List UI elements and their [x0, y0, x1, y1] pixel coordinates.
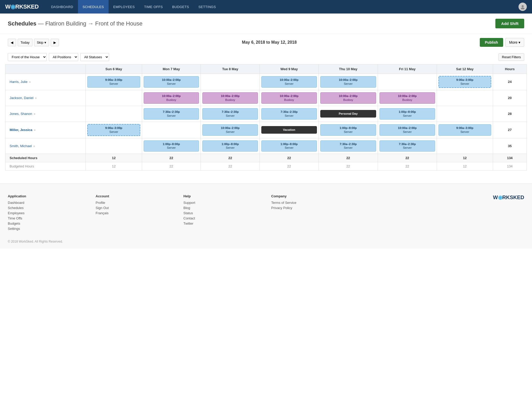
footer-link[interactable]: Settings — [8, 227, 90, 231]
footer-link[interactable]: Sign Out — [96, 206, 178, 210]
footer-link[interactable]: Budgets — [8, 222, 90, 225]
next-button[interactable]: ▶ — [51, 39, 59, 46]
employee-name-link[interactable]: Jones, Shanon — [10, 112, 32, 116]
shift-block[interactable]: 10:00a–2:00pBusboy — [380, 92, 435, 104]
shift-block[interactable]: 10:00a–2:00pBusboy — [320, 92, 376, 104]
shift-cell[interactable]: 9:00a–3:00pServer — [437, 74, 493, 90]
footer-link[interactable]: Français — [96, 211, 178, 215]
shift-block[interactable]: 7:30a–2:30pServer — [261, 108, 317, 120]
shift-cell[interactable]: 1:00p–8:00pServer — [378, 106, 437, 122]
shift-block[interactable]: 1:00p–8:00pServer — [202, 140, 258, 152]
nav-timeoffs[interactable]: TIME OFFS — [139, 0, 168, 14]
shift-cell[interactable] — [437, 90, 493, 106]
footer-link[interactable]: Time Offs — [8, 216, 90, 220]
shift-cell[interactable]: 10:00a–2:00pServer — [201, 122, 260, 138]
shift-cell[interactable]: 7:30a–2:30pServer — [378, 138, 437, 154]
footer-link[interactable]: Schedules — [8, 206, 90, 210]
shift-cell[interactable]: 10:00a–2:00pServer — [378, 122, 437, 138]
shift-cell[interactable]: 9:00a–3:00pServer — [86, 74, 142, 90]
shift-cell[interactable] — [86, 90, 142, 106]
today-button[interactable]: Today — [18, 39, 32, 46]
shift-block[interactable]: 10:00a–2:00pBusboy — [202, 92, 258, 104]
employee-name-link[interactable]: Miller, Jessica — [10, 128, 32, 132]
shift-block[interactable]: 10:00a–2:00pServer — [320, 76, 376, 88]
publish-button[interactable]: Publish — [480, 38, 503, 47]
nav-dashboard[interactable]: DASHBOARD — [46, 0, 78, 14]
shift-cell[interactable]: 7:30a–2:30pServer — [201, 106, 260, 122]
shift-cell[interactable]: 7:30a–2:30pServer — [318, 138, 378, 154]
nav-schedules[interactable]: SCHEDULES — [78, 0, 109, 14]
shift-block[interactable]: 7:30a–2:30pServer — [202, 108, 258, 120]
shift-cell[interactable]: 10:00a–2:00pServer — [260, 74, 319, 90]
shift-block[interactable]: 10:00a–2:00pServer — [261, 76, 317, 88]
footer-link[interactable]: Contact — [183, 216, 266, 220]
employee-name-link[interactable]: Jackson, Daniel — [10, 96, 34, 100]
shift-cell[interactable]: 10:00a–2:00pBusboy — [201, 90, 260, 106]
add-shift-button[interactable]: Add Shift — [495, 19, 524, 28]
shift-block[interactable]: 9:00a–3:00pServer — [438, 124, 491, 136]
shift-block[interactable]: Personal Day — [320, 110, 376, 118]
shift-cell[interactable]: 9:00a–3:00pServer — [437, 122, 493, 138]
shift-cell[interactable]: 10:00a–2:00pServer — [142, 74, 201, 90]
employee-name-link[interactable]: Harris, Julie — [10, 80, 28, 84]
shift-block[interactable]: 10:00a–2:00pBusboy — [261, 92, 317, 104]
shift-cell[interactable]: 1:00p–8:00pServer — [142, 138, 201, 154]
footer-link[interactable]: Support — [183, 201, 266, 205]
shift-cell[interactable] — [142, 122, 201, 138]
shift-cell[interactable]: Vacation — [260, 122, 319, 138]
more-button[interactable]: More ▾ — [505, 38, 524, 47]
shift-cell[interactable]: 10:00a–2:00pBusboy — [260, 90, 319, 106]
shift-block[interactable]: 9:00a–3:00pServer — [87, 76, 140, 88]
shift-cell[interactable]: 10:00a–2:00pBusboy — [142, 90, 201, 106]
shift-cell[interactable] — [86, 106, 142, 122]
department-filter[interactable]: Front of the House — [8, 53, 47, 61]
skip-button[interactable]: Skip ▾ — [34, 39, 49, 46]
footer-link[interactable]: Dashboard — [8, 201, 90, 205]
shift-cell[interactable] — [378, 74, 437, 90]
shift-cell[interactable]: 9:00a–3:00pServer — [86, 122, 142, 138]
shift-block[interactable]: 10:00a–2:00pServer — [144, 76, 199, 88]
statuses-filter[interactable]: All Statuses — [80, 53, 109, 61]
footer-link[interactable]: Privacy Policy — [271, 206, 354, 210]
shift-cell[interactable]: Personal Day — [318, 106, 378, 122]
shift-block[interactable]: 1:00p–8:00pServer — [320, 124, 376, 136]
footer-link[interactable]: Employees — [8, 211, 90, 215]
shift-cell[interactable]: 1:00p–8:00pServer — [201, 138, 260, 154]
footer-link[interactable]: Blog — [183, 206, 266, 210]
logo[interactable]: W◉RKSKED — [5, 3, 39, 10]
shift-cell[interactable]: 1:00p–8:00pServer — [318, 122, 378, 138]
shift-cell[interactable]: 10:00a–2:00pServer — [318, 74, 378, 90]
shift-block[interactable]: 7:30a–2:30pServer — [144, 108, 199, 120]
prev-button[interactable]: ◀ — [8, 39, 16, 46]
shift-block[interactable]: 1:00p–8:00pServer — [144, 140, 199, 152]
footer-link[interactable]: Profile — [96, 201, 178, 205]
footer-link[interactable]: Twitter — [183, 222, 266, 225]
shift-cell[interactable]: 7:30a–2:30pServer — [142, 106, 201, 122]
shift-block[interactable]: 10:00a–2:00pServer — [380, 124, 435, 136]
employee-name-link[interactable]: Smith, Michael — [10, 144, 32, 148]
shift-cell[interactable]: 1:00p–8:00pServer — [260, 138, 319, 154]
shift-block[interactable]: 10:00a–2:00pBusboy — [144, 92, 199, 104]
shift-block[interactable]: Vacation — [261, 126, 317, 134]
nav-employees[interactable]: EMPLOYEES — [109, 0, 139, 14]
shift-block[interactable]: 9:00a–3:00pServer — [87, 124, 140, 136]
shift-cell[interactable]: 10:00a–2:00pBusboy — [318, 90, 378, 106]
shift-block[interactable]: 10:00a–2:00pServer — [202, 124, 258, 136]
shift-block[interactable]: 1:00p–8:00pServer — [261, 140, 317, 152]
nav-settings[interactable]: SETTINGS — [194, 0, 221, 14]
shift-cell[interactable] — [437, 106, 493, 122]
positions-filter[interactable]: All Positions — [49, 53, 78, 61]
shift-block[interactable]: 7:30a–2:30pServer — [320, 140, 376, 152]
avatar[interactable] — [518, 3, 527, 11]
nav-budgets[interactable]: BUDGETS — [168, 0, 194, 14]
shift-cell[interactable] — [201, 74, 260, 90]
shift-cell[interactable]: 7:30a–2:30pServer — [260, 106, 319, 122]
footer-link[interactable]: Status — [183, 211, 266, 215]
shift-cell[interactable] — [86, 138, 142, 154]
shift-block[interactable]: 1:00p–8:00pServer — [380, 108, 435, 120]
shift-block[interactable]: 7:30a–2:30pServer — [380, 140, 435, 152]
shift-cell[interactable] — [437, 138, 493, 154]
shift-block[interactable]: 9:00a–3:00pServer — [438, 76, 491, 88]
shift-cell[interactable]: 10:00a–2:00pBusboy — [378, 90, 437, 106]
reset-filters-button[interactable]: Reset Filters — [498, 53, 524, 61]
